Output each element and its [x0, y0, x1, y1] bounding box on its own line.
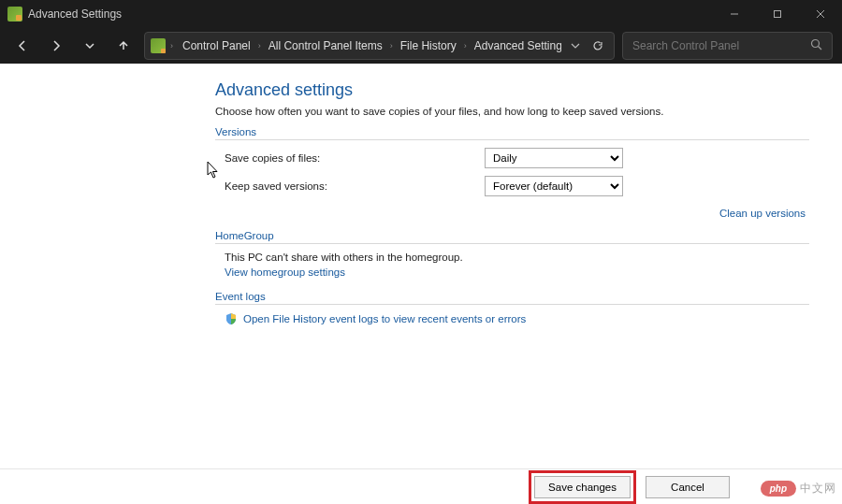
- save-copies-label: Save copies of files:: [225, 152, 485, 164]
- breadcrumb-item[interactable]: Control Panel: [178, 36, 255, 55]
- svg-point-4: [812, 40, 820, 48]
- search-input[interactable]: [632, 39, 803, 52]
- page-description: Choose how often you want to save copies…: [215, 106, 809, 117]
- keep-versions-select[interactable]: Forever (default): [485, 176, 623, 196]
- eventlogs-link[interactable]: Open File History event logs to view rec…: [243, 313, 526, 324]
- chevron-right-icon: ›: [389, 41, 394, 50]
- section-divider: [215, 139, 809, 140]
- address-bar[interactable]: › Control Panel › All Control Panel Item…: [144, 32, 615, 60]
- close-button[interactable]: [799, 0, 842, 28]
- homegroup-text: This PC can't share with others in the h…: [215, 252, 809, 263]
- content-area: Advanced settings Choose how often you w…: [0, 64, 842, 468]
- breadcrumb-item[interactable]: Advanced Settings: [470, 36, 561, 55]
- chevron-right-icon: ›: [463, 41, 468, 50]
- window-controls: [713, 0, 842, 28]
- section-divider: [215, 304, 809, 305]
- window-title: Advanced Settings: [28, 7, 122, 21]
- eventlogs-heading: Event logs: [215, 291, 809, 302]
- cleanup-versions-link[interactable]: Clean up versions: [719, 208, 806, 219]
- recent-dropdown-button[interactable]: [77, 33, 103, 59]
- breadcrumb-item[interactable]: File History: [396, 36, 461, 55]
- nav-row: › Control Panel › All Control Panel Item…: [0, 28, 842, 64]
- save-button[interactable]: Save changes: [534, 476, 631, 498]
- versions-heading: Versions: [215, 126, 809, 137]
- page-title: Advanced settings: [215, 80, 809, 100]
- breadcrumb-item[interactable]: All Control Panel Items: [264, 36, 387, 55]
- breadcrumb: Control Panel › All Control Panel Items …: [178, 36, 561, 55]
- svg-rect-1: [775, 11, 781, 18]
- forward-button[interactable]: [43, 33, 69, 59]
- homegroup-heading: HomeGroup: [215, 230, 809, 241]
- cancel-button[interactable]: Cancel: [646, 476, 730, 498]
- keep-versions-label: Keep saved versions:: [225, 180, 485, 192]
- chevron-right-icon: ›: [257, 41, 262, 50]
- watermark-badge: php: [761, 481, 796, 497]
- shield-icon: [225, 312, 238, 325]
- app-icon: [7, 7, 22, 22]
- save-highlight: Save changes: [529, 470, 636, 504]
- back-button[interactable]: [9, 33, 36, 59]
- titlebar-left: Advanced Settings: [7, 7, 122, 22]
- cleanup-link-row: Clean up versions: [215, 204, 809, 221]
- watermark: php 中文网: [761, 481, 836, 497]
- footer: Save changes Cancel: [0, 468, 842, 504]
- chevron-right-icon[interactable]: ›: [169, 41, 174, 50]
- refresh-button[interactable]: [588, 36, 608, 56]
- homegroup-settings-link[interactable]: View homegroup settings: [225, 266, 345, 278]
- svg-line-5: [819, 47, 822, 50]
- minimize-button[interactable]: [713, 0, 756, 28]
- titlebar: Advanced Settings: [0, 0, 842, 28]
- address-tail: [565, 36, 608, 56]
- address-icon: [151, 38, 166, 53]
- watermark-text: 中文网: [800, 481, 836, 497]
- maximize-button[interactable]: [756, 0, 799, 28]
- save-copies-select[interactable]: Daily: [485, 148, 623, 168]
- search-icon[interactable]: [810, 37, 822, 54]
- search-box[interactable]: [622, 32, 833, 60]
- up-button[interactable]: [110, 33, 137, 59]
- section-divider: [215, 243, 809, 244]
- keep-versions-row: Keep saved versions: Forever (default): [215, 176, 809, 196]
- save-copies-row: Save copies of files: Daily: [215, 148, 809, 168]
- address-dropdown-button[interactable]: [565, 36, 586, 56]
